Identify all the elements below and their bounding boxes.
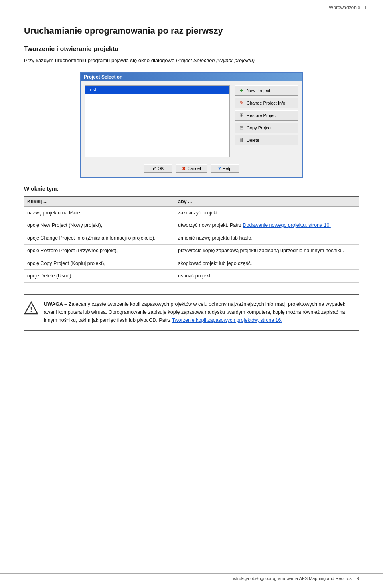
ok-checkmark-icon: ✔ bbox=[152, 166, 156, 171]
table-row: opcję Restore Project (Przywróć projekt)… bbox=[24, 244, 359, 257]
footer-page-number: 9 bbox=[357, 576, 359, 581]
copy-icon: ⊟ bbox=[238, 125, 245, 131]
info-table: Kliknij ... aby ... nazwę projektu na li… bbox=[24, 196, 359, 283]
col2-header: aby ... bbox=[175, 196, 359, 207]
footer-manual-title: Instrukcja obsługi oprogramowania AFS Ma… bbox=[230, 576, 352, 581]
change-info-icon: ✎ bbox=[238, 100, 245, 106]
ok-button[interactable]: ✔ OK bbox=[144, 164, 172, 173]
table-cell-left: opcję Restore Project (Przywróć projekt)… bbox=[24, 244, 175, 257]
intro-italic: Project Selection (Wybór projektu). bbox=[176, 57, 256, 63]
delete-icon: 🗑 bbox=[238, 137, 245, 143]
btn-delete-label: Delete bbox=[247, 138, 259, 143]
project-list-panel: Test bbox=[85, 85, 230, 157]
warning-bold: UWAGA bbox=[44, 301, 63, 307]
table-cell-left: opcję Copy Project (Kopiuj projekt), bbox=[24, 257, 175, 270]
help-question-icon: ? bbox=[218, 166, 221, 171]
table-cell-left: nazwę projektu na liście, bbox=[24, 206, 175, 219]
dialog-body: Test + New Project ✎ Change Project Info… bbox=[81, 81, 302, 161]
btn-copy-label: Copy Project bbox=[247, 125, 272, 130]
intro-text: Przy każdym uruchomieniu programu pojawi… bbox=[24, 57, 176, 63]
cancel-button[interactable]: ✖ Cancel bbox=[176, 164, 207, 173]
warning-text-content: UWAGA – Zalecamy częste tworzenie kopii … bbox=[44, 300, 359, 324]
table-cell-right: skopiować projekt lub jego część. bbox=[175, 257, 359, 270]
delete-button[interactable]: 🗑 Delete bbox=[235, 135, 298, 145]
header-chapter: Wprowadzenie bbox=[329, 5, 360, 10]
cancel-x-icon: ✖ bbox=[182, 166, 186, 171]
restore-project-button[interactable]: ⊞ Restore Project bbox=[235, 110, 298, 121]
help-button[interactable]: ? Help bbox=[211, 164, 239, 173]
page-footer: Instrukcja obsługi oprogramowania AFS Ma… bbox=[0, 573, 383, 581]
dialog-container: Project Selection Test + New Project ✎ C… bbox=[24, 72, 359, 178]
table-cell-left: opcję Delete (Usuń), bbox=[24, 270, 175, 283]
header-page: 1 bbox=[364, 5, 367, 10]
page-content: Uruchamianie oprogramowania po raz pierw… bbox=[0, 14, 383, 354]
table-cell-right: zmienić nazwę projektu lub hasło. bbox=[175, 232, 359, 245]
table-cell-right: przywrócić kopię zapasową projektu zapis… bbox=[175, 244, 359, 257]
chapter-title: Uruchamianie oprogramowania po raz pierw… bbox=[24, 26, 359, 36]
dialog-titlebar: Project Selection bbox=[81, 73, 302, 81]
warning-box: ! UWAGA – Zalecamy częste tworzenie kopi… bbox=[24, 294, 359, 331]
new-project-button[interactable]: + New Project bbox=[235, 85, 298, 96]
btn-new-project-label: New Project bbox=[247, 88, 270, 93]
help-label: Help bbox=[223, 166, 232, 171]
warning-svg: ! bbox=[24, 301, 38, 315]
dialog-buttons-panel: + New Project ✎ Change Project Info ⊞ Re… bbox=[235, 85, 298, 157]
dialog-box: Project Selection Test + New Project ✎ C… bbox=[80, 72, 303, 178]
btn-change-info-label: Change Project Info bbox=[247, 101, 285, 105]
ok-label: OK bbox=[158, 166, 164, 171]
page-header: Wprowadzenie 1 bbox=[0, 0, 383, 14]
plus-icon: + bbox=[238, 87, 245, 94]
table-cell-right: utworzyć nowy projekt. Patrz Dodawanie n… bbox=[175, 219, 359, 232]
copy-project-button[interactable]: ⊟ Copy Project bbox=[235, 123, 298, 133]
table-cell-left: opcję Change Project Info (Zmiana inform… bbox=[24, 232, 175, 245]
table-cell-left: opcję New Project (Nowy projekt), bbox=[24, 219, 175, 232]
table-row: nazwę projektu na liście, zaznaczyć proj… bbox=[24, 206, 359, 219]
project-list-item[interactable]: Test bbox=[85, 86, 229, 94]
table-cell-right: usunąć projekt. bbox=[175, 270, 359, 283]
btn-restore-label: Restore Project bbox=[247, 113, 277, 118]
table-label: W oknie tym: bbox=[24, 186, 359, 192]
table-row: opcję New Project (Nowy projekt), utworz… bbox=[24, 219, 359, 232]
svg-text:!: ! bbox=[30, 306, 32, 313]
table-row: opcję Delete (Usuń), usunąć projekt. bbox=[24, 270, 359, 283]
warning-dash: – bbox=[63, 301, 69, 307]
intro-paragraph: Przy każdym uruchomieniu programu pojawi… bbox=[24, 57, 359, 65]
cancel-label: Cancel bbox=[187, 166, 201, 171]
dialog-footer: ✔ OK ✖ Cancel ? Help bbox=[81, 161, 302, 177]
col1-header: Kliknij ... bbox=[24, 196, 175, 207]
table-row: opcję Copy Project (Kopiuj projekt), sko… bbox=[24, 257, 359, 270]
footer-right: Instrukcja obsługi oprogramowania AFS Ma… bbox=[230, 576, 359, 581]
backup-link[interactable]: Tworzenie kopii zapasowych projektów, st… bbox=[172, 317, 282, 323]
change-project-info-button[interactable]: ✎ Change Project Info bbox=[235, 98, 298, 108]
table-cell-right: zaznaczyć projekt. bbox=[175, 206, 359, 219]
warning-triangle-icon: ! bbox=[24, 301, 38, 318]
new-project-link[interactable]: Dodawanie nowego projektu, strona 10. bbox=[243, 222, 331, 228]
section-title: Tworzenie i otwieranie projektu bbox=[24, 46, 359, 53]
table-row: opcję Change Project Info (Zmiana inform… bbox=[24, 232, 359, 245]
restore-icon: ⊞ bbox=[238, 112, 245, 119]
